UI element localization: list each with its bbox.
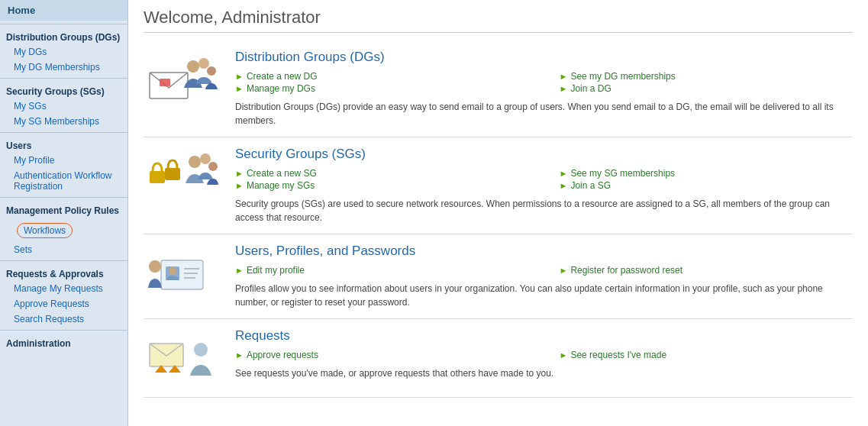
sg-link-see-memberships[interactable]: ► See my SG memberships xyxy=(560,168,853,179)
sg-section-links: ► Create a new SG ► See my SG membership… xyxy=(235,168,853,191)
dg-section-title: Distribution Groups (DGs) xyxy=(235,50,853,65)
dg-svg-icon xyxy=(146,50,218,109)
svg-rect-5 xyxy=(150,171,165,183)
sg-section: Security Groups (SGs) ► Create a new SG … xyxy=(144,137,853,234)
svg-point-7 xyxy=(189,156,201,168)
dg-link-manage[interactable]: ► Manage my DGs xyxy=(235,83,529,94)
sidebar-home[interactable]: Home xyxy=(0,0,127,21)
user-link-edit-profile[interactable]: ► Edit my profile xyxy=(235,265,529,276)
sidebar-item-my-dg-memberships[interactable]: My DG Memberships xyxy=(0,60,127,75)
requests-icon xyxy=(144,328,220,388)
arrow-icon: ► xyxy=(235,169,244,178)
divider-6 xyxy=(0,330,127,331)
arrow-icon: ► xyxy=(235,350,244,360)
sidebar-workflows-button[interactable]: Workflows xyxy=(17,223,73,238)
sg-link-manage[interactable]: ► Manage my SGs xyxy=(235,180,529,191)
arrow-icon: ► xyxy=(560,72,568,81)
svg-rect-1 xyxy=(160,79,170,86)
dg-section: Distribution Groups (DGs) ► Create a new… xyxy=(144,40,853,137)
svg-point-9 xyxy=(208,162,218,171)
divider-2 xyxy=(0,78,127,79)
sidebar-section-dg: Distribution Groups (DGs) xyxy=(0,27,127,44)
svg-point-3 xyxy=(198,58,209,69)
user-section-desc: Profiles allow you to see information ab… xyxy=(235,282,853,309)
requests-section: Requests ► Approve requests ► See reques… xyxy=(144,319,853,398)
arrow-icon: ► xyxy=(560,84,568,93)
sg-svg-icon xyxy=(146,147,218,206)
sidebar-item-approve-requests[interactable]: Approve Requests xyxy=(0,296,127,311)
sidebar-section-users: Users xyxy=(0,136,127,153)
svg-point-20 xyxy=(194,343,208,357)
requests-section-content: Requests ► Approve requests ► See reques… xyxy=(235,328,853,380)
user-section-content: Users, Profiles, and Passwords ► Edit my… xyxy=(235,244,853,309)
divider-3 xyxy=(0,132,127,133)
sidebar-item-my-dgs[interactable]: My DGs xyxy=(0,44,127,60)
sidebar-item-sets[interactable]: Sets xyxy=(0,242,127,257)
sidebar-section-sg: Security Groups (SGs) xyxy=(0,82,127,98)
arrow-icon: ► xyxy=(560,350,568,360)
arrow-icon: ► xyxy=(235,181,244,190)
svg-point-12 xyxy=(169,267,176,275)
sg-section-content: Security Groups (SGs) ► Create a new SG … xyxy=(235,147,853,224)
arrow-icon: ► xyxy=(560,266,568,275)
dg-section-links: ► Create a new DG ► See my DG membership… xyxy=(235,71,853,94)
arrow-icon: ► xyxy=(235,72,244,81)
user-link-register-password[interactable]: ► Register for password reset xyxy=(560,265,853,276)
requests-section-title: Requests xyxy=(235,328,853,344)
dg-section-content: Distribution Groups (DGs) ► Create a new… xyxy=(235,50,853,127)
sidebar-item-my-sg-memberships[interactable]: My SG Memberships xyxy=(0,114,127,129)
sg-section-title: Security Groups (SGs) xyxy=(235,147,853,162)
arrow-icon: ► xyxy=(235,84,244,93)
page-title: Welcome, Administrator xyxy=(144,8,853,33)
user-section: Users, Profiles, and Passwords ► Edit my… xyxy=(144,234,853,319)
arrow-icon: ► xyxy=(560,181,568,190)
sg-link-join[interactable]: ► Join a SG xyxy=(560,180,853,191)
requests-svg-icon xyxy=(146,328,218,388)
user-section-links: ► Edit my profile ► Register for passwor… xyxy=(235,265,853,276)
requests-link-approve[interactable]: ► Approve requests xyxy=(235,350,529,360)
dg-icon xyxy=(144,50,220,109)
sidebar: Home Distribution Groups (DGs) My DGs My… xyxy=(0,0,128,426)
svg-point-2 xyxy=(187,60,199,73)
arrow-icon: ► xyxy=(235,266,244,275)
arrow-icon: ► xyxy=(560,169,568,178)
sidebar-section-admin: Administration xyxy=(0,334,127,350)
svg-point-16 xyxy=(149,260,161,273)
svg-rect-6 xyxy=(165,168,180,180)
sidebar-item-my-sgs[interactable]: My SGs xyxy=(0,98,127,114)
dg-link-join[interactable]: ► Join a DG xyxy=(560,83,853,94)
main-content: Welcome, Administrator xyxy=(128,0,868,426)
sg-icon xyxy=(144,147,220,206)
requests-link-see-made[interactable]: ► See requests I've made xyxy=(560,350,853,360)
requests-section-desc: See requests you've made, or approve req… xyxy=(235,366,853,380)
user-icon xyxy=(144,244,220,303)
dg-link-see-memberships[interactable]: ► See my DG memberships xyxy=(560,71,853,82)
divider-4 xyxy=(0,197,127,198)
sg-section-desc: Security groups (SGs) are used to secure… xyxy=(235,197,853,224)
sg-link-create[interactable]: ► Create a new SG xyxy=(235,168,529,179)
sidebar-item-my-profile[interactable]: My Profile xyxy=(0,153,127,168)
divider-1 xyxy=(0,24,127,24)
sidebar-item-manage-my-requests[interactable]: Manage My Requests xyxy=(0,281,127,296)
sidebar-section-mpr: Management Policy Rules xyxy=(0,201,127,218)
user-section-title: Users, Profiles, and Passwords xyxy=(235,244,853,259)
user-svg-icon xyxy=(146,244,218,303)
dg-section-desc: Distribution Groups (DGs) provide an eas… xyxy=(235,100,853,127)
sidebar-section-requests: Requests & Approvals xyxy=(0,264,127,281)
svg-point-8 xyxy=(200,153,211,164)
svg-point-4 xyxy=(207,66,216,76)
divider-5 xyxy=(0,260,127,261)
sidebar-item-auth-workflow[interactable]: Authentication WorkflowRegistration xyxy=(0,168,127,194)
requests-section-links: ► Approve requests ► See requests I've m… xyxy=(235,350,853,360)
sidebar-item-search-requests[interactable]: Search Requests xyxy=(0,311,127,327)
dg-link-create[interactable]: ► Create a new DG xyxy=(235,71,529,82)
